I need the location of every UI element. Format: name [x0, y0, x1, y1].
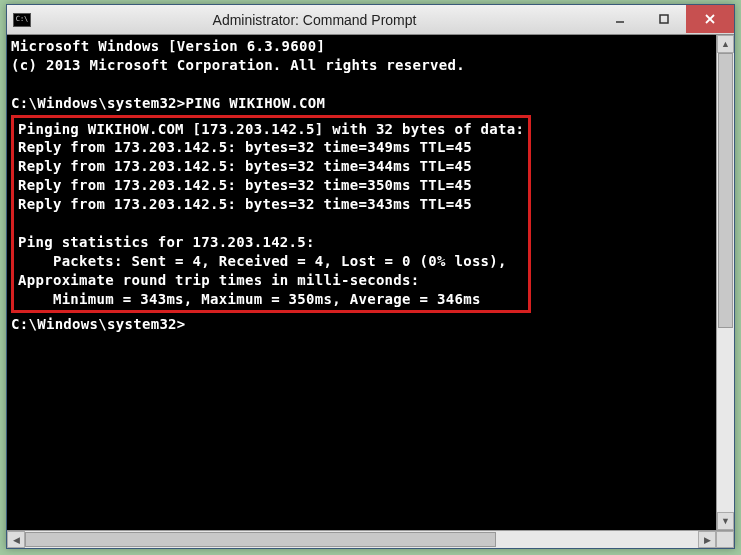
ping-rtt-header: Approximate round trip times in milli-se…: [18, 272, 420, 288]
close-icon: [704, 13, 716, 25]
prompt-line: C:\Windows\system32>: [11, 316, 186, 332]
hscroll-track[interactable]: [25, 531, 698, 548]
hscroll-thumb[interactable]: [25, 532, 496, 547]
horizontal-scrollbar[interactable]: ◀ ▶: [7, 530, 734, 548]
ping-stats-header: Ping statistics for 173.203.142.5:: [18, 234, 315, 250]
ping-reply: Reply from 173.203.142.5: bytes=32 time=…: [18, 177, 472, 193]
close-button[interactable]: [686, 5, 734, 33]
minimize-button[interactable]: [598, 5, 642, 33]
scroll-down-button[interactable]: ▼: [717, 512, 734, 530]
window-title: Administrator: Command Prompt: [31, 12, 598, 28]
terminal-body: Microsoft Windows [Version 6.3.9600] (c)…: [7, 35, 734, 530]
minimize-icon: [615, 14, 625, 24]
scroll-up-button[interactable]: ▲: [717, 35, 734, 53]
command-line: C:\Windows\system32>PING WIKIHOW.COM: [11, 95, 325, 111]
window-icon: C:\: [13, 13, 31, 27]
ping-reply: Reply from 173.203.142.5: bytes=32 time=…: [18, 139, 472, 155]
version-line: Microsoft Windows [Version 6.3.9600]: [11, 38, 325, 54]
titlebar[interactable]: C:\ Administrator: Command Prompt: [7, 5, 734, 35]
command-prompt-window: C:\ Administrator: Command Prompt Micros…: [6, 4, 735, 549]
ping-header: Pinging WIKIHOW.COM [173.203.142.5] with…: [18, 121, 524, 137]
ping-stats-packets: Packets: Sent = 4, Received = 4, Lost = …: [18, 253, 507, 269]
ping-reply: Reply from 173.203.142.5: bytes=32 time=…: [18, 196, 472, 212]
vertical-scrollbar[interactable]: ▲ ▼: [716, 35, 734, 530]
scrollbar-corner: [716, 531, 734, 548]
terminal-output[interactable]: Microsoft Windows [Version 6.3.9600] (c)…: [7, 35, 716, 530]
ping-rtt-values: Minimum = 343ms, Maximum = 350ms, Averag…: [18, 291, 481, 307]
cmd-icon: C:\: [16, 16, 29, 23]
copyright-line: (c) 2013 Microsoft Corporation. All righ…: [11, 57, 465, 73]
scroll-right-button[interactable]: ▶: [698, 531, 716, 548]
ping-reply: Reply from 173.203.142.5: bytes=32 time=…: [18, 158, 472, 174]
maximize-button[interactable]: [642, 5, 686, 33]
ping-output-highlight: Pinging WIKIHOW.COM [173.203.142.5] with…: [11, 115, 531, 314]
window-controls: [598, 5, 734, 34]
vscroll-thumb[interactable]: [718, 53, 733, 328]
maximize-icon: [659, 14, 669, 24]
scroll-left-button[interactable]: ◀: [7, 531, 25, 548]
svg-rect-1: [660, 15, 668, 23]
vscroll-track[interactable]: [717, 53, 734, 512]
terminal-wrap: Microsoft Windows [Version 6.3.9600] (c)…: [7, 35, 734, 548]
